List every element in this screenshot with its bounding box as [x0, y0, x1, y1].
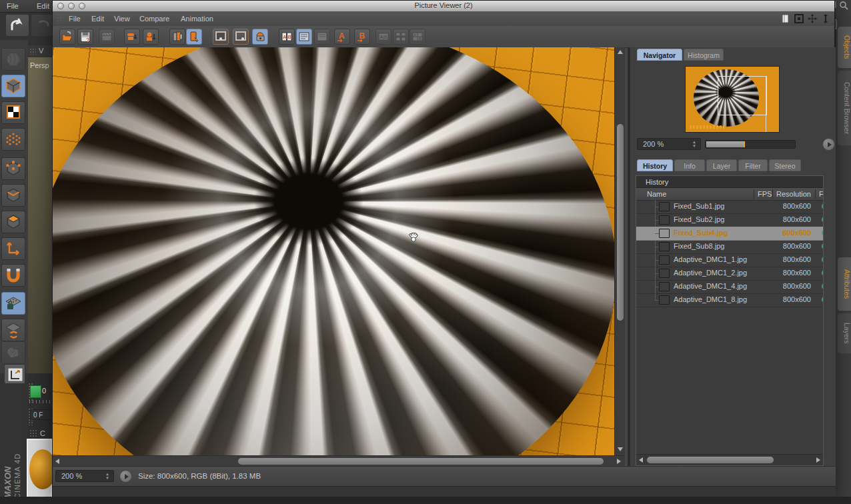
- pv-menu-animation[interactable]: Animation: [181, 15, 213, 23]
- render-canvas[interactable]: [53, 47, 614, 455]
- status-zoom-field[interactable]: 200 % ▲▼: [55, 470, 114, 482]
- tab-filter[interactable]: Filter: [738, 159, 768, 171]
- pv-menu-compare[interactable]: Compare: [139, 15, 169, 23]
- history-row[interactable]: Adaptive_DMC1_4.jpg 800x600: [636, 280, 823, 294]
- col-fps[interactable]: FPS: [758, 188, 772, 200]
- material-thumbnail[interactable]: [27, 439, 52, 499]
- screen: File Edit: [0, 0, 851, 504]
- tab-stereo[interactable]: Stereo: [769, 159, 801, 171]
- pv-menu-file[interactable]: File: [69, 15, 81, 23]
- history-row[interactable]: Fixed_Sub2.jpg 800x600: [636, 213, 823, 227]
- scroll-right-icon[interactable]: [617, 459, 621, 464]
- snap-tool[interactable]: [1, 264, 25, 287]
- col-name[interactable]: Name: [647, 188, 666, 200]
- pv-titlebar[interactable]: Picture Viewer (2): [53, 1, 834, 12]
- model-mode-tool[interactable]: [1, 75, 25, 97]
- history-row[interactable]: Adaptive_DMC1_8.jpg 800x600: [636, 293, 823, 307]
- texture-axis-tool[interactable]: [1, 128, 25, 151]
- lock-zoom-button[interactable]: [252, 29, 268, 45]
- navigator-zoom-field[interactable]: 200 % ▲▼: [637, 138, 701, 150]
- history-row[interactable]: Adaptive_DMC1_1.jpg 800x600: [636, 253, 823, 267]
- merge-ab-button[interactable]: AB: [409, 29, 425, 45]
- frame-field[interactable]: 0 F: [30, 409, 51, 420]
- open-button[interactable]: [59, 29, 75, 45]
- history-scroll-left-icon[interactable]: [639, 457, 643, 463]
- tab-history[interactable]: History: [637, 159, 673, 171]
- dock-icon[interactable]: [794, 14, 805, 23]
- navigator-thumbnail[interactable]: [685, 66, 780, 133]
- workplane-lock-tool[interactable]: [1, 292, 25, 315]
- status-stepper-icon[interactable]: ▲▼: [105, 472, 111, 480]
- compare-ab-button[interactable]: A B: [279, 29, 295, 45]
- navigator-play-button[interactable]: [822, 138, 835, 151]
- edges-mode-tool[interactable]: [1, 184, 25, 207]
- set-b-button[interactable]: B: [354, 29, 370, 45]
- history-row[interactable]: Fixed_Sub1.jpg 800x600: [636, 200, 823, 214]
- fit-width-button[interactable]: [124, 29, 140, 45]
- vertical-scroll-thumb[interactable]: [617, 124, 624, 321]
- timeline-ruler[interactable]: [29, 400, 51, 403]
- panel-icon[interactable]: [781, 14, 792, 23]
- navigator-zoom-slider[interactable]: [705, 140, 796, 149]
- history-scroll-thumb[interactable]: [647, 457, 774, 463]
- side-tab-attributes[interactable]: Attributes: [838, 257, 851, 311]
- save-button[interactable]: ?: [77, 29, 93, 45]
- horizontal-scroll-thumb[interactable]: [238, 458, 604, 465]
- horizontal-scrollbar[interactable]: [53, 455, 625, 466]
- side-tab-objects[interactable]: Objects: [838, 27, 851, 68]
- make-preview-button[interactable]: [99, 29, 115, 45]
- pv-menu-edit[interactable]: Edit: [91, 15, 104, 23]
- vertical-scrollbar[interactable]: [614, 47, 625, 455]
- axis-mode-tool[interactable]: [1, 237, 25, 260]
- axis-modify-icon: [7, 367, 24, 383]
- undo-button[interactable]: [5, 14, 29, 37]
- history-row[interactable]: Fixed_Sub8.jpg 800x600: [636, 240, 823, 254]
- axis-modify-tool[interactable]: [4, 364, 25, 384]
- model-sphere-tool[interactable]: [1, 48, 25, 71]
- tab-navigator[interactable]: Navigator: [637, 49, 682, 61]
- pv-statusbar: 200 % ▲▼ Size: 800x600, RGB (8Bit), 1.83…: [53, 466, 836, 487]
- timeline-marker[interactable]: [30, 385, 41, 398]
- move-icon[interactable]: [808, 14, 818, 23]
- compare-split-button[interactable]: [314, 29, 330, 45]
- frame-image-button[interactable]: [213, 29, 229, 45]
- swap-ab-button[interactable]: A|B: [375, 29, 391, 45]
- fit-height-button[interactable]: [143, 29, 159, 45]
- col-resolution[interactable]: Resolution: [776, 188, 811, 200]
- tab-layer[interactable]: Layer: [706, 159, 737, 171]
- align-ab-button[interactable]: [393, 29, 409, 45]
- main-menu-edit[interactable]: Edit: [37, 2, 49, 10]
- layer-stack-button[interactable]: [169, 29, 185, 45]
- search-icon[interactable]: [839, 1, 849, 12]
- history-scrollbar[interactable]: [636, 454, 823, 465]
- texture-tool[interactable]: [1, 101, 25, 124]
- frame-border-button[interactable]: [233, 29, 249, 45]
- scroll-down-icon[interactable]: [618, 447, 623, 451]
- stepper-icon[interactable]: ▲▼: [692, 140, 698, 148]
- deformer-tool[interactable]: [1, 341, 25, 364]
- viewport-sliver[interactable]: Persp: [28, 57, 52, 373]
- history-row[interactable]: Fixed_Sub4.jpg 800x600: [636, 227, 823, 241]
- workplane-refresh-tool[interactable]: [1, 319, 25, 341]
- side-tab-layers[interactable]: Layers: [838, 313, 851, 353]
- history-row[interactable]: Adaptive_DMC1_2.jpg 800x600: [636, 267, 823, 281]
- redo-button[interactable]: [31, 14, 55, 37]
- scroll-left-icon[interactable]: [55, 459, 59, 464]
- history-scroll-right-icon[interactable]: [816, 457, 820, 463]
- scale-icon[interactable]: [821, 14, 832, 23]
- navigation-panel-button[interactable]: [186, 29, 202, 45]
- tab-histogram[interactable]: Histogram: [684, 49, 724, 61]
- pv-menu-view[interactable]: View: [114, 15, 130, 23]
- main-menu-file[interactable]: File: [7, 2, 19, 10]
- status-play-button[interactable]: [119, 470, 132, 483]
- tab-info[interactable]: Info: [674, 159, 705, 171]
- set-a-button[interactable]: A: [334, 29, 350, 45]
- points-mode-tool[interactable]: [1, 157, 25, 180]
- viewport-tab-label[interactable]: V: [39, 47, 43, 55]
- col-frame-clipped[interactable]: F: [819, 188, 824, 200]
- compare-info-button[interactable]: [296, 29, 312, 45]
- polygons-mode-tool[interactable]: [1, 211, 25, 233]
- scroll-up-icon[interactable]: [618, 50, 623, 54]
- navigator-view-rect[interactable]: [718, 76, 767, 115]
- side-tab-content-browser[interactable]: Content Browser: [838, 71, 851, 145]
